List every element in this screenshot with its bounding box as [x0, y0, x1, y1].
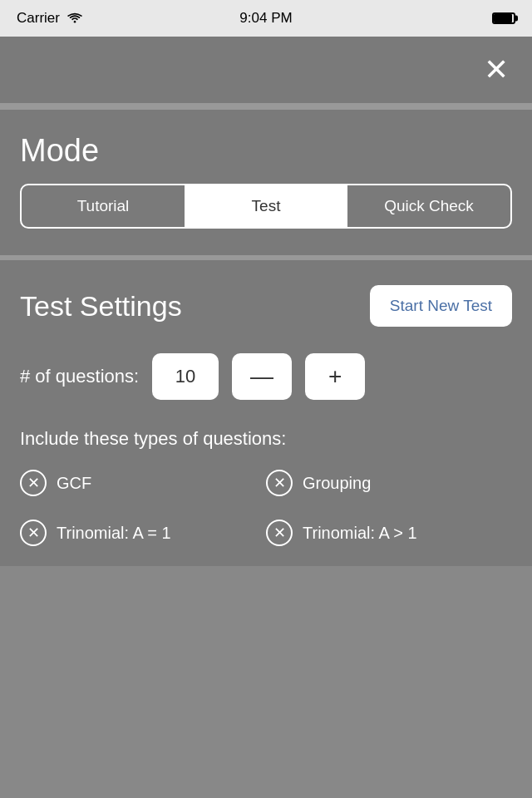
wifi-icon — [66, 12, 83, 24]
mode-title: Mode — [20, 133, 512, 169]
question-types-grid: ✕ GCF ✕ Grouping ✕ Trinomial: A = 1 ✕ Tr… — [20, 470, 512, 546]
mode-selector: Tutorial Test Quick Check — [20, 184, 512, 229]
divider-1 — [0, 103, 532, 110]
status-left: Carrier — [17, 10, 83, 27]
checkbox-trinomial-a1-circle: ✕ — [20, 520, 47, 546]
checkbox-trinomial-agt1-circle: ✕ — [266, 520, 293, 546]
svg-point-0 — [74, 21, 76, 23]
checkbox-grouping-label: Grouping — [303, 474, 371, 493]
mode-test-button[interactable]: Test — [185, 185, 347, 227]
increment-button[interactable]: + — [305, 353, 365, 400]
carrier-label: Carrier — [17, 10, 60, 27]
close-bar: ✕ — [0, 37, 532, 103]
battery-icon — [492, 12, 515, 24]
status-time: 9:04 PM — [239, 10, 292, 27]
questions-label: # of questions: — [20, 366, 139, 387]
checkbox-trinomial-agt1[interactable]: ✕ Trinomial: A > 1 — [266, 520, 512, 546]
checkbox-trinomial-agt1-label: Trinomial: A > 1 — [303, 524, 417, 543]
decrement-button[interactable]: — — [232, 353, 292, 400]
settings-section: Test Settings Start New Test # of questi… — [0, 260, 532, 566]
checkbox-gcf-check: ✕ — [27, 475, 40, 490]
settings-header: Test Settings Start New Test — [20, 285, 512, 327]
mode-tutorial-button[interactable]: Tutorial — [22, 185, 185, 227]
status-right — [492, 12, 515, 24]
status-bar: Carrier 9:04 PM — [0, 0, 532, 37]
checkbox-gcf-circle: ✕ — [20, 470, 47, 496]
checkbox-trinomial-a1-check: ✕ — [27, 525, 40, 540]
checkbox-trinomial-agt1-check: ✕ — [273, 525, 286, 540]
checkbox-gcf-label: GCF — [57, 474, 91, 493]
questions-value: 10 — [152, 353, 219, 400]
checkbox-gcf[interactable]: ✕ GCF — [20, 470, 266, 496]
include-label: Include these types of questions: — [20, 428, 512, 450]
settings-title: Test Settings — [20, 290, 182, 323]
checkbox-grouping[interactable]: ✕ Grouping — [266, 470, 512, 496]
checkbox-grouping-circle: ✕ — [266, 470, 293, 496]
mode-section: Mode Tutorial Test Quick Check — [0, 110, 532, 255]
mode-quickcheck-button[interactable]: Quick Check — [347, 185, 510, 227]
questions-row: # of questions: 10 — + — [20, 353, 512, 400]
close-button[interactable]: ✕ — [484, 55, 509, 85]
checkbox-trinomial-a1[interactable]: ✕ Trinomial: A = 1 — [20, 520, 266, 546]
start-new-test-button[interactable]: Start New Test — [370, 285, 512, 327]
checkbox-trinomial-a1-label: Trinomial: A = 1 — [57, 524, 171, 543]
checkbox-grouping-check: ✕ — [273, 475, 286, 490]
